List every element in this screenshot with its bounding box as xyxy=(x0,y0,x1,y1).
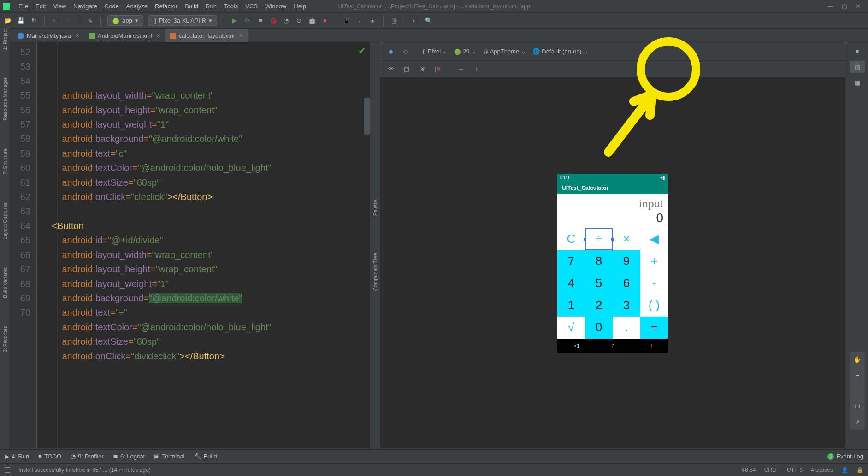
tool-window-build[interactable]: 🔨Build xyxy=(194,453,217,460)
tool-window-resource-manager[interactable]: Resource Manager xyxy=(2,77,8,121)
close-tab-icon[interactable]: ✕ xyxy=(156,33,160,39)
code-area[interactable]: android:layout_width="wrap_content" andr… xyxy=(37,42,272,448)
android-bug-icon[interactable]: 🤖 xyxy=(308,17,316,25)
event-log-button[interactable]: 1Event Log xyxy=(827,453,863,460)
nav-recent-icon[interactable]: □ xyxy=(648,342,651,349)
debug-icon[interactable]: ≡ xyxy=(256,17,265,25)
build-icon[interactable]: ⬊ xyxy=(86,17,94,25)
stop-icon[interactable]: ■ xyxy=(321,17,329,25)
api-dropdown[interactable]: ⬤29⌄ xyxy=(454,48,476,55)
encoding[interactable]: UTF-8 xyxy=(787,467,803,473)
theme-dropdown[interactable]: ◎AppTheme⌄ xyxy=(483,48,526,55)
calc-key-6[interactable]: 6 xyxy=(613,272,640,294)
calc-key-=[interactable]: = xyxy=(640,317,668,339)
calc-key-0[interactable]: 0 xyxy=(585,317,613,339)
tool-window-7-structure[interactable]: 7: Structure xyxy=(2,148,8,175)
preview-canvas[interactable]: 8:00 ▾▮ UITest_Calculator input 0 C÷×◀78… xyxy=(380,77,845,448)
calc-key-4[interactable]: 4 xyxy=(557,272,585,294)
menu-analyze[interactable]: Analyze xyxy=(123,1,151,11)
tool-window-layout-captures[interactable]: Layout Captures xyxy=(2,202,8,240)
search-everywhere-icon[interactable]: 🔍 xyxy=(425,17,433,25)
minimize-icon[interactable]: — xyxy=(827,3,833,10)
blueprint-icon[interactable]: ▤ xyxy=(402,65,411,73)
panel-palette[interactable]: Palette xyxy=(372,200,378,216)
code-mode-icon[interactable]: ≡ xyxy=(850,45,865,57)
line-ending[interactable]: CRLF xyxy=(764,467,779,473)
device-selector[interactable]: ▯ Pixel 3a XL API R ▾ xyxy=(148,15,217,26)
lock-icon[interactable]: 🔒 xyxy=(856,467,863,473)
menu-run[interactable]: Run xyxy=(202,1,220,11)
zoom-fit-icon[interactable]: 1:1 xyxy=(850,399,865,414)
tool-window-todo[interactable]: ≡TODO xyxy=(38,453,61,460)
calc-key-9[interactable]: 9 xyxy=(613,250,640,272)
nav-back-icon[interactable]: ◁ xyxy=(574,342,579,349)
locale-dropdown[interactable]: 🌐Default (en-us)⌄ xyxy=(532,48,588,55)
tab-calculator_layout-xml[interactable]: calculator_layout.xml✕ xyxy=(165,29,248,42)
panel-component-tree[interactable]: Component Tree xyxy=(372,253,378,291)
zoom-reset-icon[interactable]: ⤢ xyxy=(850,414,865,430)
attach-icon[interactable]: ⊙ xyxy=(295,17,303,25)
calc-key-×[interactable]: × xyxy=(613,228,640,250)
close-window-icon[interactable]: ✕ xyxy=(856,3,861,10)
calc-key-1[interactable]: 1 xyxy=(557,294,585,317)
zoom-in-icon[interactable]: + xyxy=(850,367,865,383)
run-icon[interactable]: ▶ xyxy=(230,17,239,25)
menu-refactor[interactable]: Refactor xyxy=(151,1,181,11)
calc-key-√[interactable]: √ xyxy=(557,317,585,339)
orientation-icon[interactable]: ◇ xyxy=(402,47,410,56)
tool-window-build-variants[interactable]: Build Variants xyxy=(2,267,8,298)
design-mode-icon[interactable]: ▦ xyxy=(850,76,865,88)
menu-navigate[interactable]: Navigate xyxy=(70,1,100,11)
tool-window-1-project[interactable]: 1: Project xyxy=(2,29,8,50)
calc-key-5[interactable]: 5 xyxy=(585,272,613,294)
save-icon[interactable]: 💾 xyxy=(17,17,25,25)
sync-icon[interactable]: ↻ xyxy=(30,17,38,25)
zoom-out-icon[interactable]: − xyxy=(850,383,865,399)
open-icon[interactable]: 📂 xyxy=(4,17,12,25)
code-editor[interactable]: ✔ 52535455565758596061626364656667686970… xyxy=(10,42,370,448)
calc-key-8[interactable]: 8 xyxy=(585,250,613,272)
calc-key-.[interactable]: . xyxy=(613,317,640,339)
split-mode-icon[interactable]: ▥ xyxy=(850,61,865,73)
calc-key-÷[interactable]: ÷ xyxy=(585,228,613,250)
tool-window-4-run[interactable]: ▶4: Run xyxy=(5,453,29,460)
calc-key-3[interactable]: 3 xyxy=(613,294,640,317)
menu-tools[interactable]: Tools xyxy=(220,1,242,11)
tab-mainactivity-java[interactable]: MainActivity.java✕ xyxy=(13,29,84,42)
maximize-icon[interactable]: ▢ xyxy=(842,3,847,10)
expand-v-icon[interactable]: ↕ xyxy=(472,65,481,73)
scrollbar-thumb[interactable] xyxy=(364,98,370,135)
close-tab-icon[interactable]: ✕ xyxy=(239,33,243,39)
calc-key-+[interactable]: + xyxy=(640,250,668,272)
tool-window-6-logcat[interactable]: ≣6: Logcat xyxy=(113,453,145,460)
bug-icon[interactable]: 🐞 xyxy=(269,17,278,25)
close-tab-icon[interactable]: ✕ xyxy=(75,33,79,39)
calc-key-2[interactable]: 2 xyxy=(585,294,613,317)
tool-window-2-favorites[interactable]: 2: Favorites xyxy=(2,326,8,352)
run-config-selector[interactable]: ⬤ app ▾ xyxy=(107,15,143,26)
menu-edit[interactable]: Edit xyxy=(32,1,49,11)
nav-home-icon[interactable]: ○ xyxy=(611,342,615,349)
tool-window-9-profiler[interactable]: ◔9: Profiler xyxy=(71,453,104,460)
calc-key-( )[interactable]: ( ) xyxy=(640,294,668,317)
device-dropdown[interactable]: ▯Pixel⌄ xyxy=(423,48,448,55)
menu-vcs[interactable]: VCS xyxy=(242,1,261,11)
menu-file[interactable]: File xyxy=(15,1,32,11)
inspector-icon[interactable]: 👤 xyxy=(841,467,848,473)
caret-position[interactable]: 66:54 xyxy=(742,467,756,473)
pan-icon[interactable]: ✋ xyxy=(850,352,865,367)
clear-constraints-icon[interactable]: |✕ xyxy=(434,65,442,73)
forward-icon[interactable]: → xyxy=(64,17,72,25)
tool-window-terminal[interactable]: ▣Terminal xyxy=(154,453,184,460)
menu-window[interactable]: Window xyxy=(261,1,290,11)
tab-androidmanifest-xml[interactable]: AndroidManifest.xml✕ xyxy=(84,29,165,42)
autoconnect-icon[interactable]: ✕̷ xyxy=(418,65,426,73)
calc-key-C[interactable]: C xyxy=(557,228,585,250)
eye-icon[interactable]: 👁 xyxy=(387,65,395,73)
screen-icon[interactable]: ▭ xyxy=(412,17,420,25)
menu-help[interactable]: Help xyxy=(290,1,310,11)
layout-icon[interactable]: ▥ xyxy=(390,17,398,25)
cube-icon[interactable]: ◈ xyxy=(368,17,377,25)
calc-key--[interactable]: - xyxy=(640,272,668,294)
menu-build[interactable]: Build xyxy=(181,1,202,11)
